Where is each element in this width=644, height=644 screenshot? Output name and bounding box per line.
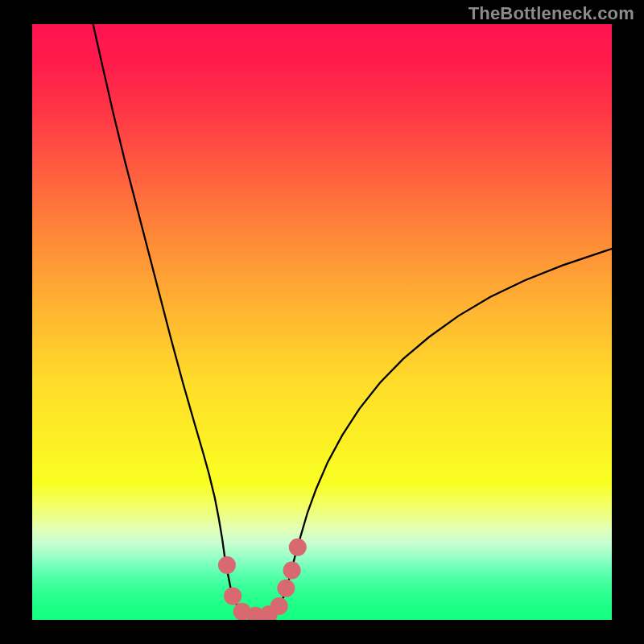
highlight-marker [289,539,307,556]
highlight-marker [277,580,295,597]
chart-frame: TheBottleneck.com [0,0,644,644]
marker-group [218,539,307,620]
highlight-marker [270,597,288,615]
bottleneck-curve [93,24,612,617]
chart-svg [32,24,612,620]
plot-area [32,24,612,620]
highlight-marker [218,556,236,574]
highlight-marker [283,562,301,580]
highlight-marker [224,587,242,605]
attribution-label: TheBottleneck.com [469,3,634,24]
